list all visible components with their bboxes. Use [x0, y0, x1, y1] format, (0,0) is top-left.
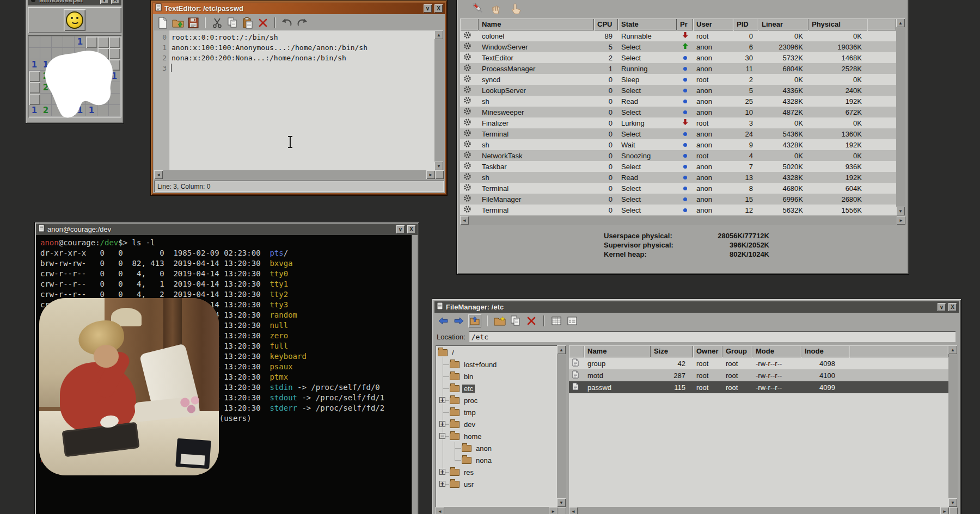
tree-item-etc[interactable]: etc: [436, 382, 557, 394]
scroll-down-icon[interactable]: ▼: [557, 498, 566, 507]
scroll-left-icon[interactable]: ◄: [154, 170, 163, 179]
scroll-up-icon[interactable]: ▲: [896, 18, 905, 27]
folder-tree[interactable]: /lost+foundbinetc+proctmp+dev−homeanonno…: [436, 345, 557, 507]
location-input[interactable]: /etc: [469, 331, 955, 342]
process-row[interactable]: ProcessManager1Runninganon116804K2528K: [460, 63, 896, 74]
column-header-linear[interactable]: Linear: [758, 18, 808, 30]
column-header-inode[interactable]: Inode: [801, 345, 849, 357]
process-row[interactable]: sh0Readanon134328K192K: [460, 172, 896, 183]
scroll-right-icon[interactable]: ►: [897, 216, 905, 225]
tree-item-lost-found[interactable]: lost+found: [436, 358, 557, 370]
texteditor-window[interactable]: TextEditor: /etc/passwd ∨ X 0123: [150, 0, 448, 196]
close-icon[interactable]: X: [407, 225, 415, 233]
process-row[interactable]: Terminal0Selectanon84680K604K: [460, 183, 896, 194]
minesweeper-cell[interactable]: [52, 36, 63, 48]
minesweeper-cell[interactable]: 1: [29, 59, 40, 71]
tree-item-dev[interactable]: +dev: [436, 418, 557, 430]
minesweeper-cell[interactable]: [29, 94, 40, 105]
process-row[interactable]: colonel89Runnableroot00K0K: [460, 30, 896, 41]
process-row[interactable]: Finalizer0Lurkingroot30K0K: [460, 117, 896, 128]
vertical-scrollbar[interactable]: ▲ ▼: [434, 30, 444, 170]
minesweeper-cell[interactable]: [29, 71, 40, 82]
horizontal-scrollbar[interactable]: ◄ ►: [569, 507, 958, 514]
scroll-down-icon[interactable]: ▼: [948, 498, 957, 507]
scroll-up-icon[interactable]: ▲: [434, 30, 443, 39]
minesweeper-titlebar[interactable]: Minesweeper ∨ X: [28, 0, 121, 5]
expander-minus-icon[interactable]: −: [439, 433, 445, 439]
tree-item-usr[interactable]: +usr: [436, 478, 557, 490]
filemanager-window[interactable]: FileManager: /etc ∨ X Location: /etc: [432, 299, 961, 514]
minesweeper-cell[interactable]: [29, 48, 40, 59]
filemanager-titlebar[interactable]: FileManager: /etc ∨ X: [434, 301, 959, 313]
collapse-icon[interactable]: ∨: [938, 303, 946, 311]
vertical-scrollbar[interactable]: ▲ ▼: [896, 18, 905, 215]
collapse-icon[interactable]: ∨: [100, 0, 108, 4]
tree-item-nona[interactable]: nona: [436, 454, 557, 466]
minesweeper-cell[interactable]: [97, 36, 109, 48]
column-header-pid[interactable]: PID: [733, 18, 758, 30]
editor-text-area[interactable]: root:x:0:0:root:/:/bin/shanon:x:100:100:…: [169, 30, 434, 170]
scroll-right-icon[interactable]: ►: [549, 507, 558, 514]
close-icon[interactable]: X: [111, 0, 119, 4]
minesweeper-cell[interactable]: [63, 36, 75, 48]
process-row[interactable]: WindowServer5Selectanon623096K19036K: [460, 41, 896, 52]
process-row[interactable]: sh0Waitanon94328K192K: [460, 139, 896, 150]
scroll-right-icon[interactable]: ►: [940, 507, 949, 514]
scroll-down-icon[interactable]: ▼: [896, 207, 905, 215]
process-row[interactable]: sh0Readanon254328K192K: [460, 96, 896, 107]
redo-arrow-icon[interactable]: [296, 16, 309, 29]
horizontal-scrollbar[interactable]: ◄ ►: [460, 216, 905, 225]
column-header-owner[interactable]: Owner: [693, 345, 722, 357]
grid-view-icon[interactable]: [550, 314, 563, 327]
paste-clipboard-icon[interactable]: [241, 16, 254, 29]
tree-item--[interactable]: /: [436, 346, 557, 358]
scroll-left-icon[interactable]: ◄: [569, 507, 578, 514]
syringe-icon[interactable]: [471, 2, 484, 15]
scroll-down-icon[interactable]: ▼: [434, 162, 443, 170]
list-view-icon[interactable]: [566, 314, 579, 327]
copy-pages-icon[interactable]: [509, 314, 522, 327]
minesweeper-cell[interactable]: [109, 36, 120, 48]
column-header-size[interactable]: Size: [651, 345, 693, 357]
texteditor-titlebar[interactable]: TextEditor: /etc/passwd ∨ X: [153, 3, 445, 14]
collapse-icon[interactable]: ∨: [424, 4, 432, 13]
hand-pointer-icon[interactable]: [510, 2, 523, 15]
minesweeper-cell[interactable]: [29, 82, 40, 94]
tree-item-anon[interactable]: anon: [436, 442, 557, 454]
tree-item-home[interactable]: −home: [436, 430, 557, 442]
scroll-left-icon[interactable]: ◄: [460, 216, 469, 225]
process-row[interactable]: Minesweeper0Selectanon104872K672K: [460, 107, 896, 117]
back-arrow-icon[interactable]: [437, 314, 450, 327]
process-row[interactable]: Terminal0Selectanon245436K1360K: [460, 128, 896, 139]
column-header-name[interactable]: Name: [479, 18, 594, 30]
undo-arrow-icon[interactable]: [280, 16, 293, 29]
hand-stop-icon[interactable]: [491, 2, 504, 15]
file-row-motd[interactable]: motd287rootroot-rw-r--r--4100: [569, 369, 948, 381]
process-row[interactable]: LookupServer0Selectanon54336K240K: [460, 85, 896, 96]
vertical-scrollbar[interactable]: ▲ ▼: [557, 345, 566, 507]
file-row-group[interactable]: group42rootroot-rw-r--r--4098: [569, 357, 948, 369]
minesweeper-cell[interactable]: 1: [75, 36, 86, 48]
delete-cross-icon[interactable]: [525, 314, 538, 327]
close-icon[interactable]: X: [434, 4, 443, 13]
process-row[interactable]: syncd0Sleeproot20K0K: [460, 74, 896, 85]
column-header-user[interactable]: User: [693, 18, 733, 30]
new-document-icon[interactable]: [156, 16, 169, 29]
expander-plus-icon[interactable]: +: [439, 469, 445, 475]
scroll-left-icon[interactable]: ◄: [436, 507, 444, 514]
collapse-icon[interactable]: ∨: [396, 225, 405, 233]
column-header-physical[interactable]: Physical: [808, 18, 867, 30]
process-row[interactable]: Taskbar0Selectanon75020K936K: [460, 161, 896, 172]
expander-plus-icon[interactable]: +: [439, 481, 445, 487]
scroll-up-icon[interactable]: ▲: [948, 345, 957, 354]
tree-item-bin[interactable]: bin: [436, 370, 557, 382]
file-row-passwd[interactable]: passwd115rootroot-rw-r--r--4099: [569, 381, 948, 393]
copy-pages-icon[interactable]: [226, 16, 239, 29]
expander-plus-icon[interactable]: +: [439, 397, 445, 403]
tree-item-res[interactable]: +res: [436, 466, 557, 478]
close-icon[interactable]: X: [948, 303, 957, 311]
process-row[interactable]: Terminal0Selectanon125632K1556K: [460, 205, 896, 215]
minesweeper-cell[interactable]: [86, 36, 97, 48]
horizontal-scrollbar[interactable]: ◄ ►: [436, 507, 566, 514]
delete-cross-icon[interactable]: [256, 16, 270, 29]
